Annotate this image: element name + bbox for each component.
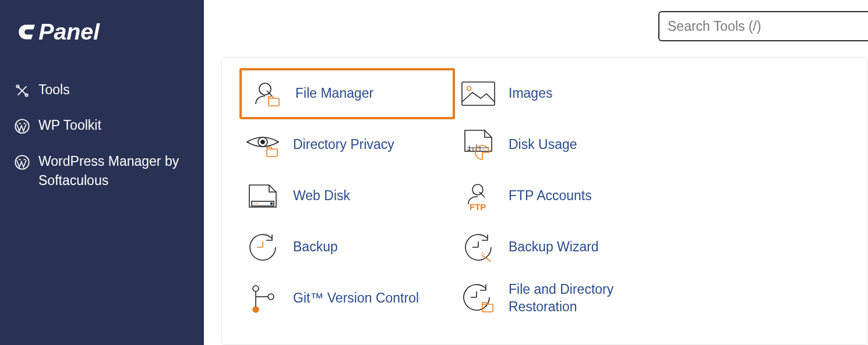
svg-text:Panel: Panel (38, 19, 100, 44)
tool-ftp-accounts[interactable]: FTP FTP Accounts (455, 170, 671, 222)
tool-label: File and Directory Restoration (509, 281, 665, 316)
tool-grid: File Manager Images (239, 68, 850, 324)
web-disk-icon (245, 179, 280, 214)
svg-point-2 (25, 94, 27, 96)
svg-point-9 (467, 87, 471, 91)
tool-disk-usage[interactable]: Disk Usage (455, 119, 671, 170)
search-input[interactable] (658, 11, 868, 41)
tool-file-directory-restoration[interactable]: File and Directory Restoration (455, 273, 671, 324)
tools-icon (14, 83, 30, 99)
images-icon (461, 76, 496, 111)
tool-label: Disk Usage (509, 136, 577, 154)
tool-label: Git™ Version Control (293, 290, 419, 307)
svg-line-6 (267, 91, 272, 96)
tool-git-version-control[interactable]: Git™ Version Control (239, 273, 455, 324)
svg-point-20 (253, 307, 259, 312)
sidebar-item-label: Tools (38, 80, 70, 99)
tool-label: File Manager (295, 85, 373, 102)
wordpress-icon (14, 118, 30, 134)
sidebar: Panel Tools WP Toolkit WordPress Manager… (0, 0, 204, 345)
tool-label: Web Disk (293, 187, 350, 205)
sidebar-item-wordpress-manager[interactable]: WordPress Manager by Softaculous (12, 144, 192, 199)
tool-label: FTP Accounts (509, 187, 592, 205)
sidebar-item-label: WP Toolkit (38, 116, 101, 135)
directory-privacy-icon (245, 127, 280, 162)
search-row (204, 0, 868, 52)
tools-panel: File Manager Images (221, 57, 868, 345)
tool-web-disk[interactable]: Web Disk (239, 170, 455, 222)
tool-label: Backup (293, 239, 338, 256)
svg-rect-8 (462, 82, 495, 105)
cpanel-logo: Panel (12, 17, 192, 49)
sidebar-item-label: WordPress Manager by Softaculous (38, 152, 190, 191)
tool-file-manager[interactable]: File Manager (239, 68, 455, 119)
git-icon (245, 281, 280, 316)
tool-label: Images (509, 85, 552, 102)
backup-wizard-icon (461, 230, 496, 265)
wordpress-icon (14, 154, 30, 170)
file-restoration-icon (461, 281, 496, 316)
svg-rect-7 (269, 98, 279, 106)
svg-point-11 (261, 140, 264, 144)
svg-text:FTP: FTP (470, 202, 486, 212)
svg-point-1 (16, 85, 19, 87)
tool-backup-wizard[interactable]: Backup Wizard (455, 222, 671, 273)
ftp-accounts-icon: FTP (461, 179, 496, 214)
sidebar-item-wp-toolkit[interactable]: WP Toolkit (12, 108, 192, 143)
tool-backup[interactable]: Backup (239, 222, 455, 273)
tool-label: Directory Privacy (293, 136, 394, 154)
main-area: File Manager Images (204, 0, 868, 345)
disk-usage-icon (461, 127, 496, 162)
sidebar-item-tools[interactable]: Tools (12, 72, 192, 108)
tool-label: Backup Wizard (509, 239, 599, 256)
tool-images[interactable]: Images (455, 68, 671, 119)
backup-icon (245, 230, 280, 265)
svg-point-19 (268, 294, 274, 300)
tool-directory-privacy[interactable]: Directory Privacy (239, 119, 455, 170)
svg-point-14 (271, 203, 273, 205)
svg-rect-12 (267, 149, 277, 157)
svg-point-18 (253, 286, 259, 291)
file-manager-icon (248, 76, 283, 111)
